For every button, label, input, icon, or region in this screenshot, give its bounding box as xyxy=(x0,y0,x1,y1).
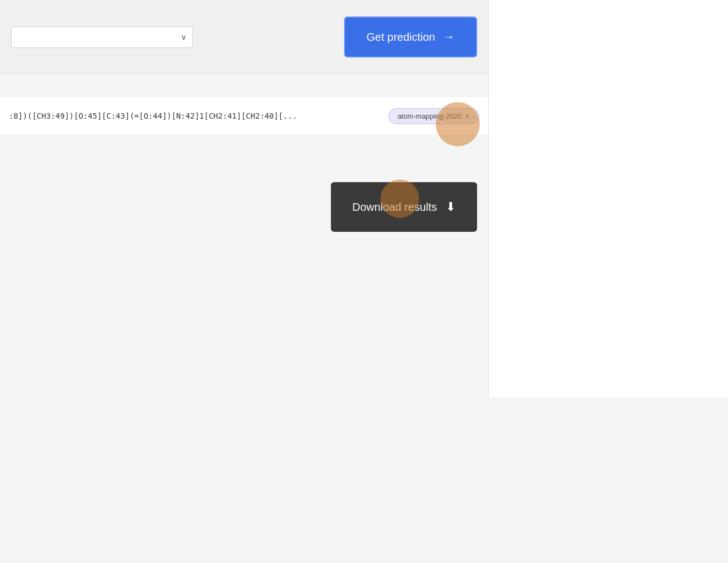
badge-chevron-icon: ∨ xyxy=(465,112,470,120)
model-select[interactable] xyxy=(11,26,193,48)
top-bar: ∨ Get prediction → xyxy=(0,0,488,75)
get-prediction-button[interactable]: Get prediction → xyxy=(344,17,477,57)
download-label: Download results xyxy=(352,201,437,214)
download-results-button[interactable]: Download results ⬇ xyxy=(331,182,477,232)
model-dropdown[interactable]: ∨ xyxy=(11,26,193,48)
model-badge-label: atom-mapping-2020 xyxy=(398,112,462,120)
right-panel: \ C → K + ▶ :1ccc(/C=C/c2cc3c ⧉ 🙂 xyxy=(488,0,728,397)
model-badge[interactable]: atom-mapping-2020 ∨ xyxy=(388,108,479,124)
smiles-text: :8])([CH3:49])[O:45][C:43](=[O:44])[N:42… xyxy=(9,111,382,120)
smiles-row: :8])([CH3:49])[O:45][C:43](=[O:44])[N:42… xyxy=(0,97,488,135)
left-panel: ∨ Get prediction → :8])([CH3:49])[O:45][… xyxy=(0,0,488,397)
get-prediction-arrow-icon: → xyxy=(443,30,455,44)
download-icon: ⬇ xyxy=(446,200,456,214)
below-area xyxy=(0,397,728,563)
get-prediction-label: Get prediction xyxy=(366,31,435,44)
